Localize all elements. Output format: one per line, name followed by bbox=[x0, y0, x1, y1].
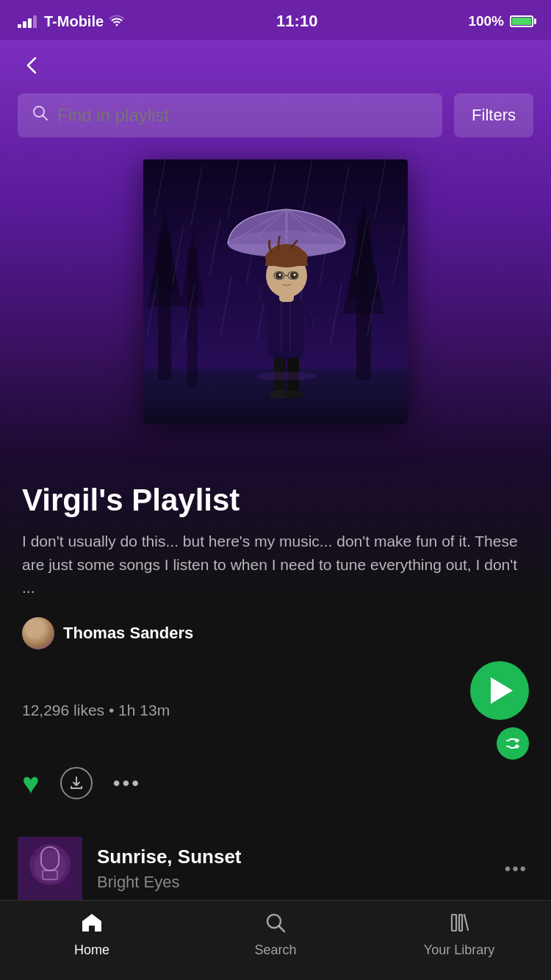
shuffle-button[interactable] bbox=[497, 727, 529, 760]
creator-avatar bbox=[22, 617, 54, 649]
search-input[interactable] bbox=[57, 105, 428, 126]
filters-button[interactable]: Filters bbox=[454, 93, 533, 137]
nav-library[interactable]: Your Library bbox=[415, 912, 503, 958]
playlist-cover-art bbox=[143, 159, 408, 424]
library-label: Your Library bbox=[424, 943, 494, 958]
svg-point-64 bbox=[67, 848, 74, 855]
battery-percent: 100% bbox=[468, 13, 504, 29]
search-icon bbox=[32, 105, 48, 126]
nav-bar bbox=[0, 40, 551, 93]
creator-name[interactable]: Thomas Sanders bbox=[63, 624, 193, 643]
more-options-button[interactable]: ••• bbox=[113, 771, 141, 795]
battery-icon bbox=[510, 15, 533, 27]
svg-point-61 bbox=[28, 847, 37, 856]
back-button[interactable] bbox=[22, 54, 43, 82]
status-bar: T-Mobile 11:10 100% bbox=[0, 0, 551, 40]
info-section: Virgil's Playlist I don't usually do thi… bbox=[0, 461, 551, 815]
search-wrapper[interactable] bbox=[18, 93, 442, 137]
svg-point-62 bbox=[62, 879, 73, 890]
cover-container bbox=[0, 137, 551, 439]
svg-point-50 bbox=[279, 274, 281, 276]
song-thumbnail-1 bbox=[18, 837, 82, 901]
svg-point-51 bbox=[294, 274, 296, 276]
wifi-icon bbox=[108, 13, 126, 30]
play-icon bbox=[491, 677, 513, 704]
controls-row: 12,296 likes • 1h 13m bbox=[22, 661, 529, 760]
status-left: T-Mobile bbox=[18, 13, 126, 30]
signal-bars bbox=[18, 15, 37, 28]
song-more-button-1[interactable]: ••• bbox=[499, 853, 533, 885]
library-icon bbox=[449, 912, 469, 938]
like-button[interactable]: ♥ bbox=[22, 767, 40, 800]
playlist-description: I don't usually do this... but here's my… bbox=[22, 530, 529, 599]
creator-row: Thomas Sanders bbox=[22, 617, 529, 649]
carrier-name: T-Mobile bbox=[44, 13, 104, 30]
song-title: Sunrise, Sunset bbox=[97, 846, 484, 868]
svg-point-63 bbox=[25, 881, 32, 888]
svg-rect-44 bbox=[268, 299, 303, 358]
song-artist: Bright Eyes bbox=[97, 873, 484, 892]
action-buttons: ♥ ••• bbox=[22, 767, 529, 800]
home-icon bbox=[81, 912, 103, 938]
svg-rect-78 bbox=[452, 915, 456, 931]
playlist-stats: 12,296 likes • 1h 13m bbox=[22, 702, 170, 719]
search-label: Search bbox=[254, 943, 296, 958]
download-button[interactable] bbox=[60, 767, 93, 799]
svg-point-43 bbox=[283, 390, 303, 399]
nav-search-icon bbox=[265, 912, 286, 938]
nav-home[interactable]: Home bbox=[48, 912, 136, 958]
search-bar-row: Filters bbox=[0, 93, 551, 137]
bottom-nav: Home Search Your Library bbox=[0, 900, 551, 980]
clock: 11:10 bbox=[276, 12, 317, 31]
status-right: 100% bbox=[468, 13, 533, 29]
svg-rect-79 bbox=[459, 915, 462, 931]
svg-point-58 bbox=[34, 850, 66, 882]
nav-search[interactable]: Search bbox=[231, 912, 320, 958]
home-label: Home bbox=[74, 943, 109, 958]
playlist-title: Virgil's Playlist bbox=[22, 483, 529, 518]
svg-point-55 bbox=[257, 372, 316, 381]
play-button[interactable] bbox=[470, 661, 529, 720]
song-info-1: Sunrise, Sunset Bright Eyes bbox=[97, 846, 484, 892]
